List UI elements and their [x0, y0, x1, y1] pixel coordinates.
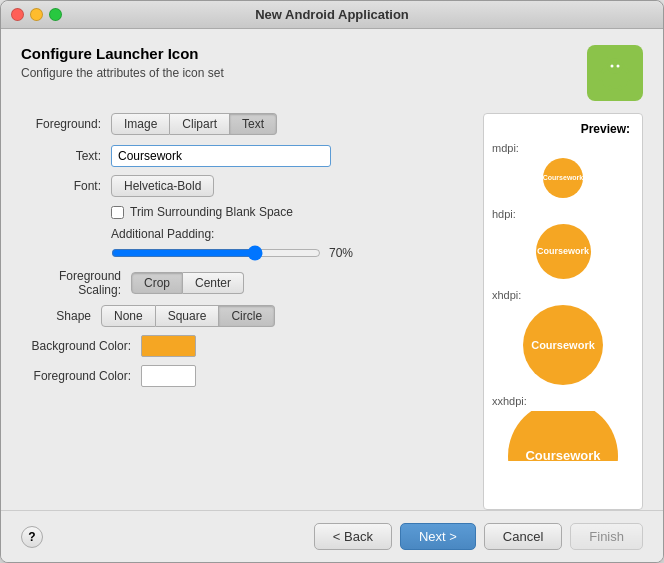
trim-label: Trim Surrounding Blank Space	[130, 205, 293, 219]
preview-xxhdpi-label: xxhdpi:	[492, 395, 634, 407]
foreground-tab-row: Foreground: Image Clipart Text	[21, 113, 471, 135]
footer-left: ?	[21, 526, 43, 548]
preview-mdpi-icon: Coursework	[543, 158, 583, 198]
window-controls	[11, 8, 62, 21]
android-icon	[595, 53, 635, 93]
tab-clipart[interactable]: Clipart	[170, 113, 230, 135]
preview-mdpi-text: Coursework	[543, 174, 583, 182]
padding-slider[interactable]	[111, 245, 321, 261]
scaling-crop[interactable]: Crop	[131, 272, 183, 294]
preview-panel: Preview: mdpi: Coursework hdpi: Coursewo…	[483, 113, 643, 510]
content-area: Configure Launcher Icon Configure the at…	[1, 29, 663, 510]
svg-rect-9	[608, 85, 612, 91]
svg-line-6	[620, 56, 623, 59]
shape-row: Shape None Square Circle	[21, 305, 471, 327]
svg-point-3	[611, 65, 614, 68]
text-label: Text:	[21, 149, 111, 163]
bg-color-label: Background Color:	[21, 339, 141, 353]
font-label: Font:	[21, 179, 111, 193]
preview-hdpi-icon: Coursework	[536, 224, 591, 279]
fg-color-row: Foreground Color:	[21, 365, 471, 387]
shape-none[interactable]: None	[101, 305, 156, 327]
preview-xxhdpi-icon: Coursework	[508, 411, 618, 461]
finish-button[interactable]: Finish	[570, 523, 643, 550]
footer-right: < Back Next > Cancel Finish	[314, 523, 643, 550]
left-panel: Foreground: Image Clipart Text Text: Fon…	[21, 113, 471, 510]
preview-xxhdpi-group: xxhdpi: Coursework	[492, 395, 634, 461]
back-button[interactable]: < Back	[314, 523, 392, 550]
preview-title: Preview:	[492, 122, 634, 136]
text-input-row: Text:	[21, 145, 471, 167]
shape-circle[interactable]: Circle	[219, 305, 275, 327]
tab-text[interactable]: Text	[230, 113, 277, 135]
svg-rect-7	[598, 71, 602, 81]
footer: ? < Back Next > Cancel Finish	[1, 510, 663, 562]
fg-color-label: Foreground Color:	[21, 369, 141, 383]
fg-color-swatch[interactable]	[141, 365, 196, 387]
foreground-tab-group: Image Clipart Text	[111, 113, 277, 135]
close-button[interactable]	[11, 8, 24, 21]
main-window: New Android Application Configure Launch…	[0, 0, 664, 563]
maximize-button[interactable]	[49, 8, 62, 21]
page-subtitle: Configure the attributes of the icon set	[21, 66, 224, 80]
preview-hdpi-label: hdpi:	[492, 208, 634, 220]
window-title: New Android Application	[255, 7, 409, 22]
scaling-row: Foreground Scaling: Crop Center	[21, 269, 471, 297]
preview-mdpi-label: mdpi:	[492, 142, 634, 154]
svg-rect-8	[628, 71, 632, 81]
slider-row: 70%	[111, 245, 471, 261]
preview-hdpi-group: hdpi: Coursework	[492, 208, 634, 279]
title-bar: New Android Application	[1, 1, 663, 29]
preview-xxhdpi-container: Coursework	[492, 411, 634, 461]
preview-mdpi-group: mdpi: Coursework	[492, 142, 634, 198]
preview-xhdpi-label: xhdpi:	[492, 289, 634, 301]
cancel-button[interactable]: Cancel	[484, 523, 562, 550]
shape-tab-group: None Square Circle	[101, 305, 275, 327]
font-button[interactable]: Helvetica-Bold	[111, 175, 214, 197]
scaling-center[interactable]: Center	[183, 272, 244, 294]
preview-xhdpi-group: xhdpi: Coursework	[492, 289, 634, 385]
main-area: Foreground: Image Clipart Text Text: Fon…	[21, 113, 643, 510]
shape-label: Shape	[21, 309, 101, 323]
text-input[interactable]	[111, 145, 331, 167]
bg-color-swatch[interactable]	[141, 335, 196, 357]
svg-line-5	[607, 56, 610, 59]
preview-xxhdpi-text: Coursework	[525, 449, 600, 461]
padding-label: Additional Padding:	[111, 227, 471, 241]
font-row: Font: Helvetica-Bold	[21, 175, 471, 197]
svg-rect-10	[618, 85, 622, 91]
page-title: Configure Launcher Icon	[21, 45, 224, 62]
minimize-button[interactable]	[30, 8, 43, 21]
help-button[interactable]: ?	[21, 526, 43, 548]
svg-point-4	[617, 65, 620, 68]
scaling-tab-group: Crop Center	[131, 272, 244, 294]
next-button[interactable]: Next >	[400, 523, 476, 550]
trim-checkbox[interactable]	[111, 206, 124, 219]
preview-xhdpi-text: Coursework	[531, 339, 595, 351]
shape-square[interactable]: Square	[156, 305, 220, 327]
preview-xhdpi-icon: Coursework	[523, 305, 603, 385]
svg-point-2	[607, 58, 623, 74]
android-logo	[587, 45, 643, 101]
slider-value: 70%	[329, 246, 353, 260]
preview-hdpi-text: Coursework	[537, 247, 589, 257]
header-section: Configure Launcher Icon Configure the at…	[21, 45, 643, 101]
tab-image[interactable]: Image	[111, 113, 170, 135]
scaling-label: Foreground Scaling:	[21, 269, 131, 297]
trim-row: Trim Surrounding Blank Space	[111, 205, 471, 219]
header-text: Configure Launcher Icon Configure the at…	[21, 45, 224, 80]
bg-color-row: Background Color:	[21, 335, 471, 357]
foreground-label: Foreground:	[21, 117, 111, 131]
padding-row: Additional Padding: 70%	[21, 227, 471, 261]
